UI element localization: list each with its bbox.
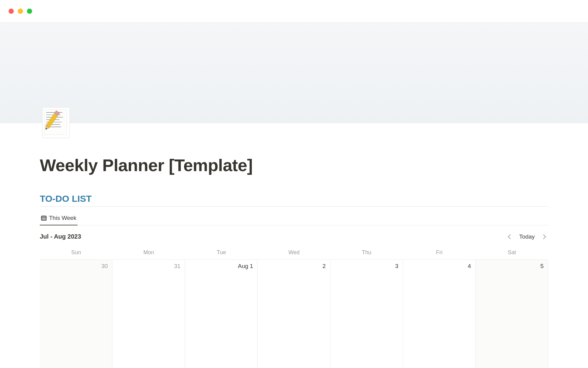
- close-window-button[interactable]: [9, 9, 14, 14]
- todo-section-heading[interactable]: TO-DO LIST: [40, 194, 548, 207]
- day-header-thu: Thu: [330, 247, 403, 259]
- page-banner[interactable]: [0, 22, 588, 123]
- day-number: Aug 1: [238, 263, 253, 270]
- calendar-grid: Sun Mon Tue Wed Thu Fri Sat 30 31 Aug 1 …: [40, 247, 548, 368]
- calendar-nav: Today: [506, 232, 548, 241]
- day-number: 5: [540, 263, 544, 270]
- page-icon[interactable]: [42, 107, 70, 138]
- calendar-next-button[interactable]: [541, 233, 548, 240]
- svg-rect-23: [43, 219, 44, 220]
- calendar-icon: [41, 215, 47, 221]
- calendar-day-cell[interactable]: 30: [40, 259, 112, 368]
- calendar-day-cell[interactable]: 31: [112, 259, 185, 368]
- calendar-day-cell[interactable]: 5: [476, 259, 548, 368]
- chevron-left-icon: [508, 234, 511, 239]
- view-tabs: This Week: [40, 212, 548, 225]
- memo-pencil-icon: [42, 107, 69, 137]
- day-header-wed: Wed: [258, 247, 330, 259]
- day-header-sun: Sun: [40, 247, 112, 259]
- day-header-tue: Tue: [185, 247, 258, 259]
- calendar-day-cell[interactable]: 3: [330, 259, 403, 368]
- maximize-window-button[interactable]: [27, 9, 32, 14]
- calendar-day-cell[interactable]: 4: [403, 259, 476, 368]
- tab-this-week[interactable]: This Week: [40, 212, 77, 225]
- calendar-header: Jul - Aug 2023 Today: [40, 232, 548, 241]
- chevron-right-icon: [543, 234, 546, 239]
- day-number: 2: [322, 263, 326, 270]
- calendar-day-cell[interactable]: 2: [258, 259, 330, 368]
- day-number: 31: [174, 263, 180, 270]
- day-header-sat: Sat: [476, 247, 548, 259]
- window-chrome: [0, 0, 588, 22]
- svg-rect-21: [45, 218, 45, 219]
- page-title[interactable]: Weekly Planner [Template]: [40, 155, 548, 175]
- calendar-day-cell[interactable]: Aug 1: [185, 259, 258, 368]
- day-number: 30: [101, 263, 108, 270]
- day-header-fri: Fri: [403, 247, 476, 259]
- svg-rect-19: [42, 218, 43, 219]
- calendar-prev-button[interactable]: [506, 233, 513, 240]
- svg-rect-22: [42, 219, 43, 220]
- day-number: 4: [468, 263, 471, 270]
- svg-rect-24: [45, 219, 45, 220]
- calendar-today-button[interactable]: Today: [517, 232, 537, 241]
- svg-rect-20: [43, 218, 44, 219]
- day-number: 3: [395, 263, 398, 270]
- svg-rect-17: [43, 216, 43, 217]
- day-header-mon: Mon: [112, 247, 185, 259]
- svg-rect-18: [44, 216, 45, 217]
- tab-label: This Week: [49, 215, 76, 221]
- page-content: Weekly Planner [Template] TO-DO LIST Thi: [0, 123, 588, 368]
- minimize-window-button[interactable]: [18, 9, 23, 14]
- calendar-month-label: Jul - Aug 2023: [40, 233, 81, 240]
